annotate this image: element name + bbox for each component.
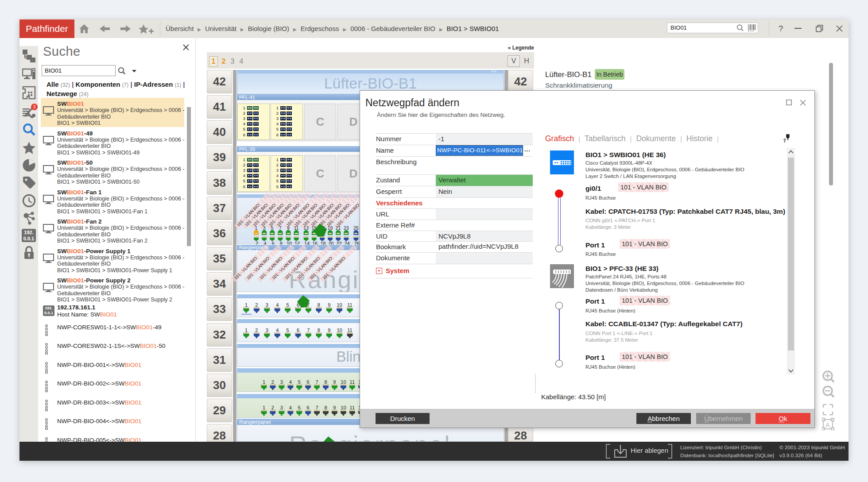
svg-text:A: A — [825, 421, 830, 428]
svg-text:4 901: 4 901 — [749, 30, 755, 32]
